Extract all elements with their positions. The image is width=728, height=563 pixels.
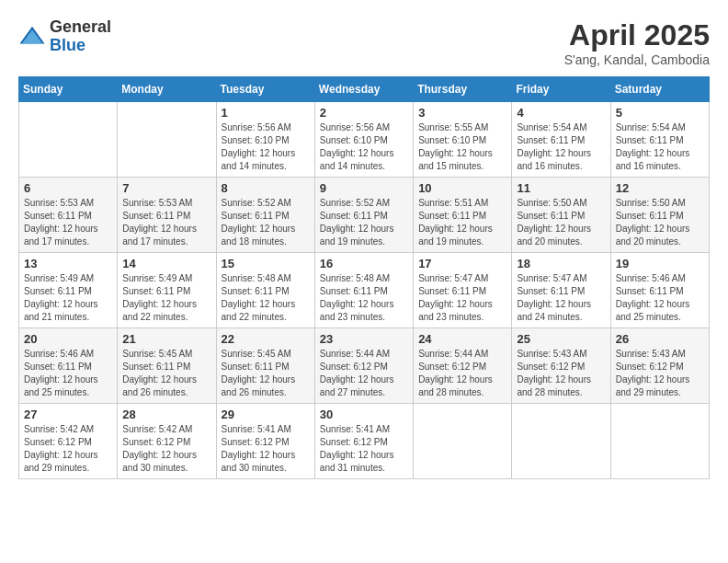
- calendar-header-day: Sunday: [19, 77, 118, 102]
- day-info: Sunrise: 5:49 AM Sunset: 6:11 PM Dayligh…: [24, 272, 112, 324]
- calendar-day-cell: 18Sunrise: 5:47 AM Sunset: 6:11 PM Dayli…: [512, 253, 610, 328]
- day-info: Sunrise: 5:46 AM Sunset: 6:11 PM Dayligh…: [24, 348, 112, 399]
- calendar-day-cell: 2Sunrise: 5:56 AM Sunset: 6:10 PM Daylig…: [314, 102, 413, 178]
- month-title: April 2025: [564, 18, 710, 52]
- calendar-day-cell: 10Sunrise: 5:51 AM Sunset: 6:11 PM Dayli…: [414, 178, 512, 253]
- day-number: 1: [222, 106, 310, 120]
- calendar-header-row: SundayMondayTuesdayWednesdayThursdayFrid…: [19, 77, 710, 102]
- day-info: Sunrise: 5:49 AM Sunset: 6:11 PM Dayligh…: [122, 272, 210, 324]
- calendar-day-cell: [118, 102, 216, 178]
- day-info: Sunrise: 5:53 AM Sunset: 6:11 PM Dayligh…: [24, 197, 112, 248]
- calendar-day-cell: 1Sunrise: 5:56 AM Sunset: 6:10 PM Daylig…: [216, 102, 314, 178]
- day-info: Sunrise: 5:52 AM Sunset: 6:11 PM Dayligh…: [222, 197, 310, 248]
- day-info: Sunrise: 5:56 AM Sunset: 6:10 PM Dayligh…: [320, 121, 408, 173]
- day-number: 24: [418, 332, 506, 346]
- day-number: 7: [122, 181, 210, 195]
- calendar-day-cell: [512, 404, 610, 479]
- calendar-header-day: Saturday: [610, 77, 709, 102]
- day-info: Sunrise: 5:47 AM Sunset: 6:11 PM Dayligh…: [418, 272, 506, 324]
- calendar-day-cell: [610, 404, 709, 479]
- day-number: 26: [616, 332, 704, 346]
- calendar-header-day: Tuesday: [216, 77, 314, 102]
- location-subtitle: S'ang, Kandal, Cambodia: [564, 52, 710, 67]
- day-info: Sunrise: 5:55 AM Sunset: 6:10 PM Dayligh…: [418, 121, 506, 173]
- calendar-day-cell: 13Sunrise: 5:49 AM Sunset: 6:11 PM Dayli…: [19, 253, 118, 328]
- calendar-day-cell: 11Sunrise: 5:50 AM Sunset: 6:11 PM Dayli…: [512, 178, 610, 253]
- calendar-day-cell: 24Sunrise: 5:44 AM Sunset: 6:12 PM Dayli…: [414, 328, 512, 404]
- day-number: 21: [122, 332, 210, 346]
- calendar-header-day: Friday: [512, 77, 610, 102]
- day-info: Sunrise: 5:54 AM Sunset: 6:11 PM Dayligh…: [517, 121, 605, 173]
- day-info: Sunrise: 5:42 AM Sunset: 6:12 PM Dayligh…: [122, 423, 210, 475]
- calendar-day-cell: 29Sunrise: 5:41 AM Sunset: 6:12 PM Dayli…: [216, 404, 314, 479]
- calendar-day-cell: 6Sunrise: 5:53 AM Sunset: 6:11 PM Daylig…: [19, 178, 118, 253]
- day-info: Sunrise: 5:43 AM Sunset: 6:12 PM Dayligh…: [616, 348, 704, 399]
- day-number: 9: [320, 181, 408, 195]
- calendar-day-cell: 15Sunrise: 5:48 AM Sunset: 6:11 PM Dayli…: [216, 253, 314, 328]
- day-number: 25: [517, 332, 605, 346]
- day-number: 12: [616, 181, 704, 195]
- calendar-week-row: 20Sunrise: 5:46 AM Sunset: 6:11 PM Dayli…: [19, 328, 710, 404]
- day-info: Sunrise: 5:41 AM Sunset: 6:12 PM Dayligh…: [320, 423, 408, 475]
- day-info: Sunrise: 5:46 AM Sunset: 6:11 PM Dayligh…: [616, 272, 704, 324]
- day-info: Sunrise: 5:50 AM Sunset: 6:11 PM Dayligh…: [517, 197, 605, 248]
- calendar-header-day: Thursday: [414, 77, 512, 102]
- day-number: 22: [222, 332, 310, 346]
- day-number: 3: [418, 106, 506, 120]
- calendar-day-cell: 30Sunrise: 5:41 AM Sunset: 6:12 PM Dayli…: [314, 404, 413, 479]
- calendar-week-row: 6Sunrise: 5:53 AM Sunset: 6:11 PM Daylig…: [19, 178, 710, 253]
- calendar-day-cell: 12Sunrise: 5:50 AM Sunset: 6:11 PM Dayli…: [610, 178, 709, 253]
- day-number: 20: [24, 332, 112, 346]
- day-number: 16: [320, 257, 408, 270]
- day-info: Sunrise: 5:48 AM Sunset: 6:11 PM Dayligh…: [320, 272, 408, 324]
- day-number: 14: [122, 257, 210, 270]
- day-number: 19: [616, 257, 704, 270]
- day-info: Sunrise: 5:45 AM Sunset: 6:11 PM Dayligh…: [122, 348, 210, 399]
- calendar-day-cell: 27Sunrise: 5:42 AM Sunset: 6:12 PM Dayli…: [19, 404, 118, 479]
- calendar-day-cell: 21Sunrise: 5:45 AM Sunset: 6:11 PM Dayli…: [118, 328, 216, 404]
- day-number: 8: [222, 181, 310, 195]
- day-info: Sunrise: 5:42 AM Sunset: 6:12 PM Dayligh…: [24, 423, 112, 475]
- calendar-day-cell: 14Sunrise: 5:49 AM Sunset: 6:11 PM Dayli…: [118, 253, 216, 328]
- logo-text: General Blue: [50, 18, 111, 55]
- day-number: 15: [222, 257, 310, 270]
- day-number: 5: [616, 106, 704, 120]
- calendar-day-cell: 17Sunrise: 5:47 AM Sunset: 6:11 PM Dayli…: [414, 253, 512, 328]
- day-number: 4: [517, 106, 605, 120]
- day-number: 10: [418, 181, 506, 195]
- calendar-day-cell: 26Sunrise: 5:43 AM Sunset: 6:12 PM Dayli…: [610, 328, 709, 404]
- calendar-day-cell: 22Sunrise: 5:45 AM Sunset: 6:11 PM Dayli…: [216, 328, 314, 404]
- calendar-header-day: Monday: [118, 77, 216, 102]
- day-info: Sunrise: 5:54 AM Sunset: 6:11 PM Dayligh…: [616, 121, 704, 173]
- day-info: Sunrise: 5:50 AM Sunset: 6:11 PM Dayligh…: [616, 197, 704, 248]
- day-number: 23: [320, 332, 408, 346]
- logo-blue-label: Blue: [50, 37, 111, 55]
- day-info: Sunrise: 5:53 AM Sunset: 6:11 PM Dayligh…: [122, 197, 210, 248]
- calendar-day-cell: 5Sunrise: 5:54 AM Sunset: 6:11 PM Daylig…: [610, 102, 709, 178]
- calendar-day-cell: 20Sunrise: 5:46 AM Sunset: 6:11 PM Dayli…: [19, 328, 118, 404]
- calendar-day-cell: 25Sunrise: 5:43 AM Sunset: 6:12 PM Dayli…: [512, 328, 610, 404]
- day-info: Sunrise: 5:51 AM Sunset: 6:11 PM Dayligh…: [418, 197, 506, 248]
- day-number: 27: [24, 408, 112, 421]
- calendar-day-cell: 28Sunrise: 5:42 AM Sunset: 6:12 PM Dayli…: [118, 404, 216, 479]
- calendar-day-cell: [414, 404, 512, 479]
- calendar-day-cell: 9Sunrise: 5:52 AM Sunset: 6:11 PM Daylig…: [314, 178, 413, 253]
- day-number: 13: [24, 257, 112, 270]
- day-number: 29: [222, 408, 310, 421]
- day-number: 2: [320, 106, 408, 120]
- calendar-table: SundayMondayTuesdayWednesdayThursdayFrid…: [18, 76, 710, 479]
- calendar-day-cell: 23Sunrise: 5:44 AM Sunset: 6:12 PM Dayli…: [314, 328, 413, 404]
- calendar-day-cell: 16Sunrise: 5:48 AM Sunset: 6:11 PM Dayli…: [314, 253, 413, 328]
- calendar-week-row: 27Sunrise: 5:42 AM Sunset: 6:12 PM Dayli…: [19, 404, 710, 479]
- logo: General Blue: [18, 18, 111, 55]
- day-number: 30: [320, 408, 408, 421]
- calendar-day-cell: 19Sunrise: 5:46 AM Sunset: 6:11 PM Dayli…: [610, 253, 709, 328]
- logo-general-label: General: [50, 18, 111, 37]
- calendar-week-row: 13Sunrise: 5:49 AM Sunset: 6:11 PM Dayli…: [19, 253, 710, 328]
- day-number: 18: [517, 257, 605, 270]
- day-number: 6: [24, 181, 112, 195]
- calendar-day-cell: [19, 102, 118, 178]
- calendar-day-cell: 3Sunrise: 5:55 AM Sunset: 6:10 PM Daylig…: [414, 102, 512, 178]
- calendar-week-row: 1Sunrise: 5:56 AM Sunset: 6:10 PM Daylig…: [19, 102, 710, 178]
- day-info: Sunrise: 5:45 AM Sunset: 6:11 PM Dayligh…: [222, 348, 310, 399]
